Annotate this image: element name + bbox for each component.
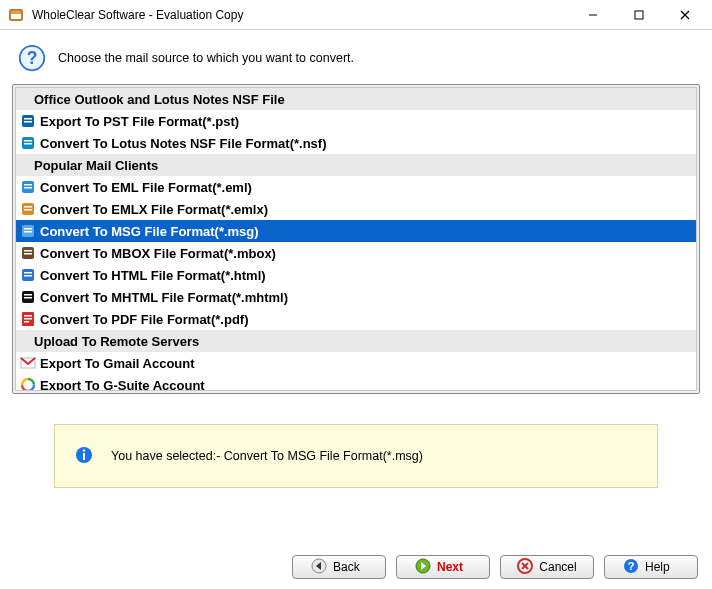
list-item[interactable]: Convert To HTML File Format(*.html) (16, 264, 696, 286)
outlook-icon (20, 113, 36, 129)
app-window: WholeClear Software - Evaluation Copy ? … (0, 0, 712, 589)
svg-rect-4 (635, 11, 643, 19)
svg-rect-31 (24, 294, 32, 296)
listbox-container: Office Outlook and Lotus Notes NSF FileE… (12, 84, 700, 394)
back-label: Back (333, 560, 367, 574)
list-item-label: Convert To PDF File Format(*.pdf) (40, 312, 248, 327)
svg-rect-34 (24, 315, 32, 317)
cancel-label: Cancel (539, 560, 576, 574)
next-button[interactable]: Next (396, 555, 490, 579)
next-label: Next (437, 560, 471, 574)
list-item[interactable]: Export To G-Suite Account (16, 374, 696, 391)
help-button[interactable]: ? Help (604, 555, 698, 579)
list-item[interactable]: Export To Gmail Account (16, 352, 696, 374)
list-item[interactable]: Convert To MSG File Format(*.msg) (16, 220, 696, 242)
window-title: WholeClear Software - Evaluation Copy (32, 8, 570, 22)
info-icon (75, 446, 93, 467)
next-icon (415, 558, 431, 577)
svg-rect-16 (24, 184, 32, 186)
list-item[interactable]: Export To PST File Format(*.pst) (16, 110, 696, 132)
format-listbox[interactable]: Office Outlook and Lotus Notes NSF FileE… (15, 87, 697, 391)
list-item-label: Export To PST File Format(*.pst) (40, 114, 239, 129)
minimize-button[interactable] (570, 0, 616, 30)
selection-text: You have selected:- Convert To MSG File … (111, 449, 423, 463)
svg-rect-2 (11, 11, 21, 14)
mhtml-icon (20, 289, 36, 305)
svg-rect-13 (24, 140, 32, 142)
msg-icon (20, 223, 36, 239)
lotus-icon (20, 135, 36, 151)
list-header: Popular Mail Clients (16, 154, 696, 176)
list-item[interactable]: Convert To Lotus Notes NSF File Format(*… (16, 132, 696, 154)
svg-text:?: ? (27, 48, 38, 68)
svg-rect-32 (24, 297, 32, 299)
eml-icon (20, 179, 36, 195)
help-icon: ? (18, 44, 46, 72)
svg-rect-23 (24, 231, 32, 233)
instruction-text: Choose the mail source to which you want… (58, 51, 354, 65)
emlx-icon (20, 201, 36, 217)
svg-rect-26 (24, 253, 32, 255)
list-item-label: Convert To EMLX File Format(*.emlx) (40, 202, 268, 217)
svg-rect-36 (24, 321, 29, 323)
content-area: Office Outlook and Lotus Notes NSF FileE… (0, 84, 712, 488)
list-item-label: Convert To EML File Format(*.eml) (40, 180, 252, 195)
svg-rect-17 (24, 187, 32, 189)
svg-text:?: ? (628, 560, 635, 572)
list-item[interactable]: Convert To EML File Format(*.eml) (16, 176, 696, 198)
list-item-label: Convert To MHTML File Format(*.mhtml) (40, 290, 288, 305)
cancel-icon (517, 558, 533, 577)
svg-rect-10 (24, 118, 32, 120)
svg-rect-11 (24, 121, 32, 123)
titlebar: WholeClear Software - Evaluation Copy (0, 0, 712, 30)
close-button[interactable] (662, 0, 708, 30)
back-icon (311, 558, 327, 577)
back-button[interactable]: Back (292, 555, 386, 579)
selection-prefix: You have selected:- (111, 449, 224, 463)
help-label: Help (645, 560, 679, 574)
list-item-label: Convert To MBOX File Format(*.mbox) (40, 246, 276, 261)
list-item-label: Convert To MSG File Format(*.msg) (40, 224, 259, 239)
html-icon (20, 267, 36, 283)
list-item[interactable]: Convert To EMLX File Format(*.emlx) (16, 198, 696, 220)
mbox-icon (20, 245, 36, 261)
svg-rect-20 (24, 209, 32, 211)
svg-rect-14 (24, 143, 32, 145)
svg-rect-28 (24, 272, 32, 274)
maximize-button[interactable] (616, 0, 662, 30)
list-header: Upload To Remote Servers (16, 330, 696, 352)
svg-point-44 (83, 449, 85, 451)
list-item[interactable]: Convert To MHTML File Format(*.mhtml) (16, 286, 696, 308)
svg-rect-35 (24, 318, 32, 320)
svg-rect-25 (24, 250, 32, 252)
gsuite-icon (20, 377, 36, 391)
svg-rect-43 (83, 453, 85, 460)
list-item-label: Export To Gmail Account (40, 356, 195, 371)
pdf-icon (20, 311, 36, 327)
svg-rect-22 (24, 228, 32, 230)
instruction-row: ? Choose the mail source to which you wa… (0, 30, 712, 84)
list-item-label: Convert To HTML File Format(*.html) (40, 268, 266, 283)
app-icon (8, 7, 24, 23)
svg-rect-19 (24, 206, 32, 208)
gmail-icon (20, 355, 36, 371)
list-item-label: Export To G-Suite Account (40, 378, 205, 392)
help-btn-icon: ? (623, 558, 639, 577)
svg-rect-29 (24, 275, 32, 277)
list-item-label: Convert To Lotus Notes NSF File Format(*… (40, 136, 327, 151)
button-bar: Back Next Cancel ? Help (292, 555, 698, 579)
selection-value: Convert To MSG File Format(*.msg) (224, 449, 423, 463)
window-controls (570, 0, 708, 30)
list-header: Office Outlook and Lotus Notes NSF File (16, 88, 696, 110)
selection-info-panel: You have selected:- Convert To MSG File … (54, 424, 658, 488)
cancel-button[interactable]: Cancel (500, 555, 594, 579)
list-item[interactable]: Convert To MBOX File Format(*.mbox) (16, 242, 696, 264)
list-item[interactable]: Convert To PDF File Format(*.pdf) (16, 308, 696, 330)
